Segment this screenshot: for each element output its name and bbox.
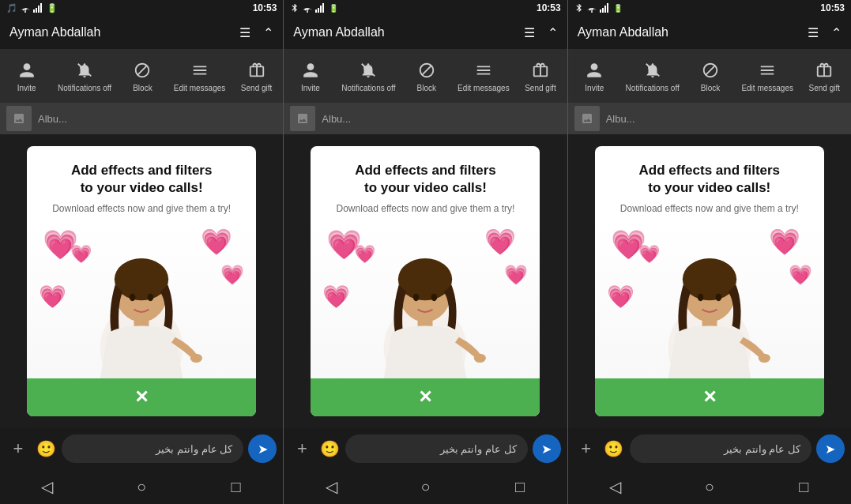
svg-point-21 [431,294,438,302]
recents-button-3[interactable]: □ [757,478,851,496]
notifications-label-1: Notifications off [58,84,111,92]
heart-icon-3e: 💗 [607,284,634,310]
album-label-2: Albu... [322,113,351,125]
album-row-1: Albu... [0,103,283,134]
svg-rect-25 [607,3,608,13]
bluetooth-icon: 🎵 [6,3,17,13]
input-text-value-3: كل عام وانتم بخير [724,443,800,455]
album-label-3: Albu... [606,113,635,125]
album-label-1: Albu... [38,113,67,125]
emoji-icon-1[interactable]: 🙂 [35,439,57,458]
edit-messages-icon-2 [473,59,495,81]
svg-rect-3 [40,3,42,13]
edit-label-1: Edit messages [174,84,226,92]
album-row-2: Albu... [284,103,567,134]
home-button-2[interactable]: ○ [378,478,473,496]
action-invite-1[interactable]: Invite [11,59,43,92]
action-block-2[interactable]: Block [411,59,442,92]
action-notifications-1[interactable]: Notifications off [58,59,111,92]
add-icon-1[interactable]: + [6,438,30,459]
action-notifications-3[interactable]: Notifications off [626,59,680,92]
modal-close-btn-2[interactable]: ✕ [311,378,540,416]
edit-label-2: Edit messages [458,84,510,92]
input-text-area-3[interactable]: كل عام وانتم بخير [630,434,811,463]
signal-icon-2 [315,3,326,13]
svg-rect-0 [33,9,35,13]
heart-icon-1b: 💗 [70,244,92,265]
input-text-area-2[interactable]: كل عام وانتم بخير [345,434,527,463]
send-button-3[interactable]: ➤ [816,434,845,463]
action-invite-2[interactable]: Invite [295,59,326,92]
heart-icon-2d: 💗 [504,264,528,286]
heart-icon-2e: 💗 [322,284,350,310]
heart-icon-3c: 💗 [769,227,800,257]
svg-point-31 [698,294,704,302]
chevron-up-icon-3[interactable]: ⌃ [831,25,842,40]
input-text-area-1[interactable]: كل عام وانتم بخير [62,434,243,463]
svg-rect-22 [600,9,601,13]
header-icons-3[interactable]: ☰ ⌃ [808,25,842,40]
action-block-3[interactable]: Block [695,59,726,92]
back-button-2[interactable]: ◁ [284,477,378,496]
gift-icon-2 [529,59,552,81]
bottom-nav-1: ◁ ○ □ [0,469,283,504]
chevron-up-icon-2[interactable]: ⌃ [548,25,558,40]
action-gift-1[interactable]: Send gift [241,59,273,92]
header-bar-1: Ayman Abdallah ☰ ⌃ [0,16,283,49]
add-icon-2[interactable]: + [290,438,314,459]
gift-icon-1 [246,59,268,81]
modal-card-3: Add effects and filtersto your video cal… [595,146,824,416]
status-icons-1: 🎵 🔋 [6,3,58,13]
heart-icon-1c: 💗 [201,227,232,257]
status-time-2: 10:53 [537,2,561,13]
close-x-icon-1: ✕ [134,387,149,408]
modal-close-btn-3[interactable]: ✕ [595,378,824,416]
emoji-icon-2[interactable]: 🙂 [318,439,341,458]
action-edit-1[interactable]: Edit messages [174,59,226,92]
action-toolbar-2: Invite Notifications off Block Edit mess… [284,49,567,103]
wifi-icon [20,3,31,13]
edit-messages-icon-3 [756,59,778,81]
home-button-3[interactable]: ○ [662,478,756,496]
menu-icon-1[interactable]: ☰ [239,25,250,40]
menu-icon-2[interactable]: ☰ [524,25,535,40]
home-button-1[interactable]: ○ [94,478,188,496]
menu-icon-3[interactable]: ☰ [808,25,819,40]
action-notifications-2[interactable]: Notifications off [341,59,395,92]
send-button-2[interactable]: ➤ [533,434,561,463]
action-invite-3[interactable]: Invite [578,59,610,92]
recents-button-2[interactable]: □ [473,478,567,496]
album-thumb-3 [574,106,600,131]
header-icons-2[interactable]: ☰ ⌃ [524,25,558,40]
signal-icon [33,3,44,13]
back-button-1[interactable]: ◁ [0,477,94,496]
emoji-icon-3[interactable]: 🙂 [603,439,625,458]
person-icon-2 [299,59,322,81]
header-title-2: Ayman Abdallah [293,25,384,39]
modal-content-3: Add effects and filtersto your video cal… [595,146,824,220]
modal-close-btn-1[interactable]: ✕ [27,378,256,416]
chevron-up-icon-1[interactable]: ⌃ [263,25,273,40]
action-gift-3[interactable]: Send gift [808,59,840,92]
action-edit-3[interactable]: Edit messages [741,59,793,92]
invite-label-1: Invite [17,84,36,92]
send-button-1[interactable]: ➤ [248,434,277,463]
action-gift-2[interactable]: Send gift [525,59,556,92]
header-bar-2: Ayman Abdallah ☰ ⌃ [284,16,567,49]
back-button-3[interactable]: ◁ [568,477,662,496]
add-icon-3[interactable]: + [574,438,598,459]
wifi-icon-3 [586,3,597,13]
wifi-icon-2 [302,3,313,13]
input-text-value-2: كل عام وانتم بخير [440,443,517,455]
header-icons-1[interactable]: ☰ ⌃ [239,25,273,40]
input-bar-3: + 🙂 كل عام وانتم بخير ➤ [568,428,851,469]
panel-1: 🎵 🔋 10:53 Ayman Abdallah ☰ ⌃ [0,0,284,504]
svg-point-30 [759,354,770,363]
notifications-label-2: Notifications off [341,84,395,92]
action-block-1[interactable]: Block [126,59,158,92]
block-icon-2 [416,59,438,81]
action-edit-2[interactable]: Edit messages [458,59,510,92]
recents-button-1[interactable]: □ [189,478,283,496]
bell-off-icon-1 [73,59,96,81]
modal-title-3: Add effects and filtersto your video cal… [608,162,811,197]
